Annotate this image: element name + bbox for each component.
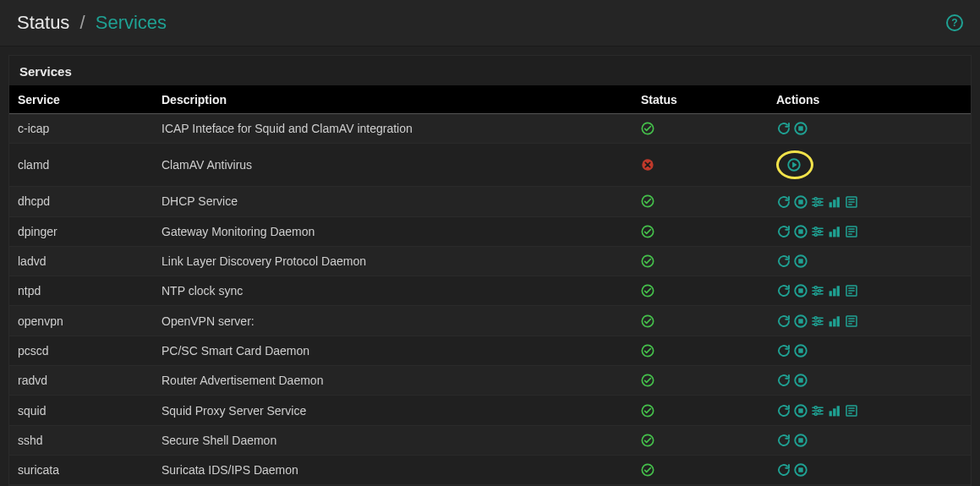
svg-rect-49 <box>829 292 832 296</box>
col-header-actions: Actions <box>768 86 971 114</box>
status-ok-icon <box>641 225 759 238</box>
graph-icon[interactable] <box>827 314 842 329</box>
cell-description: OpenVPN server: <box>153 306 632 336</box>
cell-actions <box>768 306 971 336</box>
graph-icon[interactable] <box>827 283 842 298</box>
cell-actions <box>768 216 971 246</box>
cell-actions <box>768 246 971 276</box>
stop-icon[interactable] <box>793 121 808 136</box>
table-row: radvdRouter Advertisement Daemon <box>9 366 971 396</box>
svg-rect-96 <box>799 439 803 443</box>
svg-rect-42 <box>799 289 803 293</box>
svg-rect-16 <box>837 197 840 206</box>
svg-rect-7 <box>799 199 803 204</box>
cell-description: Secure Shell Daemon <box>153 425 632 455</box>
graph-icon[interactable] <box>827 403 842 418</box>
svg-point-48 <box>814 293 817 296</box>
svg-rect-65 <box>829 322 832 326</box>
stop-icon[interactable] <box>793 403 808 418</box>
settings-icon[interactable] <box>810 403 825 418</box>
restart-icon[interactable] <box>776 403 791 418</box>
cell-status <box>632 455 768 484</box>
stop-icon[interactable] <box>793 283 808 298</box>
status-ok-icon <box>641 254 759 268</box>
cell-description: PC/SC Smart Card Daemon <box>153 336 632 365</box>
stop-icon[interactable] <box>793 254 808 269</box>
cell-status <box>632 276 768 306</box>
restart-icon[interactable] <box>776 194 791 210</box>
log-icon[interactable] <box>844 403 859 418</box>
cell-service: openvpn <box>9 306 153 336</box>
cell-service: radvd <box>9 366 153 396</box>
cell-service: sshd <box>9 425 153 455</box>
svg-point-28 <box>818 230 821 232</box>
status-bad-icon <box>641 158 759 172</box>
svg-rect-2 <box>799 127 803 131</box>
svg-point-13 <box>814 204 817 206</box>
table-row: ladvdLink Layer Discovery Protocol Daemo… <box>9 246 971 276</box>
restart-icon[interactable] <box>776 462 791 478</box>
log-icon[interactable] <box>844 283 859 298</box>
restart-icon[interactable] <box>776 283 791 298</box>
stop-icon[interactable] <box>793 343 808 358</box>
cell-service: ladvd <box>9 246 153 276</box>
svg-point-84 <box>814 406 817 408</box>
svg-point-29 <box>814 233 817 236</box>
svg-rect-23 <box>799 230 803 234</box>
svg-point-86 <box>814 412 817 415</box>
stop-icon[interactable] <box>793 224 808 239</box>
cell-service: squid <box>9 396 153 425</box>
settings-icon[interactable] <box>810 314 825 329</box>
stop-icon[interactable] <box>793 194 808 210</box>
graph-icon[interactable] <box>827 194 842 210</box>
stop-icon[interactable] <box>793 433 808 448</box>
cell-description: Squid Proxy Server Service <box>153 396 632 425</box>
restart-icon[interactable] <box>776 314 791 329</box>
stop-icon[interactable] <box>793 373 808 388</box>
restart-icon[interactable] <box>776 224 791 239</box>
log-icon[interactable] <box>844 194 859 210</box>
svg-rect-31 <box>834 230 836 237</box>
svg-rect-51 <box>837 287 840 296</box>
svg-point-27 <box>814 227 817 230</box>
col-header-service: Service <box>9 86 153 114</box>
start-icon[interactable] <box>786 157 802 172</box>
cell-service: clamd <box>9 144 153 187</box>
status-ok-icon <box>641 463 759 477</box>
svg-point-62 <box>814 317 817 319</box>
cell-actions <box>768 366 971 396</box>
stop-icon[interactable] <box>793 462 808 478</box>
restart-icon[interactable] <box>776 373 791 388</box>
breadcrumb-services[interactable]: Services <box>96 12 167 33</box>
page-header: Status / Services ? <box>0 0 980 46</box>
svg-rect-80 <box>799 408 803 412</box>
log-icon[interactable] <box>844 224 859 239</box>
graph-icon[interactable] <box>827 224 842 239</box>
settings-icon[interactable] <box>810 283 825 298</box>
cell-actions <box>768 276 971 306</box>
services-table: Service Description Status Actions c-ica… <box>9 86 971 486</box>
breadcrumb-status[interactable]: Status <box>17 12 69 33</box>
settings-icon[interactable] <box>810 224 825 239</box>
table-header-row: Service Description Status Actions <box>9 86 971 114</box>
svg-rect-66 <box>834 319 836 326</box>
svg-rect-39 <box>799 259 803 264</box>
cell-actions <box>768 455 971 484</box>
restart-icon[interactable] <box>776 121 791 136</box>
restart-icon[interactable] <box>776 254 791 269</box>
settings-icon[interactable] <box>810 194 825 210</box>
status-ok-icon <box>641 194 759 208</box>
cell-description: Suricata IDS/IPS Daemon <box>153 455 632 484</box>
table-row: suricataSuricata IDS/IPS Daemon <box>9 455 971 484</box>
cell-service: suricata <box>9 455 153 484</box>
status-ok-icon <box>641 434 759 447</box>
log-icon[interactable] <box>844 314 859 329</box>
restart-icon[interactable] <box>776 433 791 448</box>
stop-icon[interactable] <box>793 314 808 329</box>
cell-service: pcscd <box>9 336 153 365</box>
cell-actions <box>768 425 971 455</box>
status-ok-icon <box>641 314 759 328</box>
table-row: pcscdPC/SC Smart Card Daemon <box>9 336 971 365</box>
restart-icon[interactable] <box>776 343 791 358</box>
help-icon[interactable]: ? <box>946 14 963 31</box>
